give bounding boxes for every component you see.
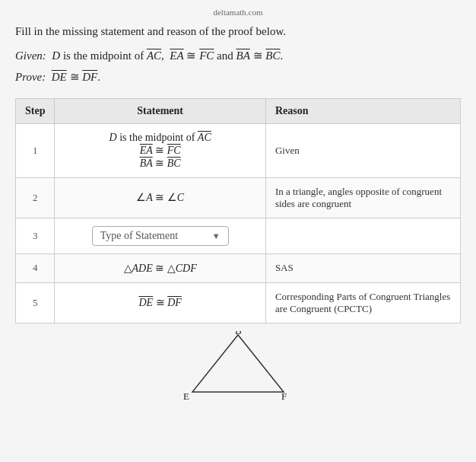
- diagram-area: B E F: [15, 323, 461, 400]
- statement-1: D is the midpoint of AC EA ≅ FC BA ≅ BC: [55, 123, 265, 177]
- reason-3: [265, 218, 460, 253]
- statement-3[interactable]: Type of Statement ▼: [55, 218, 265, 253]
- given-label: Given:: [15, 49, 46, 62]
- table-row: 3 Type of Statement ▼: [16, 218, 461, 253]
- chevron-down-icon: ▼: [212, 231, 221, 241]
- reason-2: In a triangle, angles opposite of congru…: [265, 177, 460, 218]
- reason-4: SAS: [265, 253, 460, 282]
- triangle-diagram: B E F: [162, 331, 314, 400]
- statement-4: △ADE ≅ △CDF: [55, 253, 265, 282]
- given-text: D is the midpoint of AC, EA ≅ FC and BA …: [49, 49, 284, 62]
- table-row: 2 ∠A ≅ ∠C In a triangle, angles opposite…: [16, 177, 461, 218]
- instructions: Fill in the missing statement and reason…: [15, 23, 461, 40]
- label-b: B: [235, 331, 242, 336]
- proof-table: Step Statement Reason 1 D is the midpoin…: [15, 98, 461, 323]
- reason-5: Corresponding Parts of Congruent Triangl…: [265, 282, 460, 323]
- prove-line: Prove: DE ≅ DF.: [15, 68, 461, 86]
- fill-in-text: Fill in the missing statement and reason…: [15, 25, 286, 37]
- step-3: 3: [16, 218, 55, 253]
- site-label: deltamath.com: [213, 8, 262, 17]
- step-header: Step: [16, 98, 55, 123]
- label-e: E: [183, 390, 189, 400]
- prove-label: Prove:: [15, 71, 46, 83]
- statement-header: Statement: [55, 98, 265, 123]
- svg-marker-0: [192, 335, 284, 392]
- step-1: 1: [16, 123, 55, 177]
- step-5: 5: [16, 282, 55, 323]
- label-f: F: [281, 390, 287, 400]
- header-bar: deltamath.com: [15, 8, 461, 17]
- statement-2: ∠A ≅ ∠C: [55, 177, 265, 218]
- dropdown-placeholder: Type of Statement: [100, 230, 178, 242]
- step-2: 2: [16, 177, 55, 218]
- type-of-statement-dropdown[interactable]: Type of Statement ▼: [92, 226, 229, 246]
- statement-5: DE ≅ DF: [55, 282, 265, 323]
- table-row: 5 DE ≅ DF Corresponding Parts of Congrue…: [16, 282, 461, 323]
- table-row: 4 △ADE ≅ △CDF SAS: [16, 253, 461, 282]
- step-4: 4: [16, 253, 55, 282]
- table-row: 1 D is the midpoint of AC EA ≅ FC BA ≅ B…: [16, 123, 461, 177]
- given-line: Given: D is the midpoint of AC, EA ≅ FC …: [15, 46, 461, 65]
- reason-header: Reason: [265, 98, 460, 123]
- prove-text: DE ≅ DF.: [49, 71, 100, 83]
- reason-1: Given: [265, 123, 460, 177]
